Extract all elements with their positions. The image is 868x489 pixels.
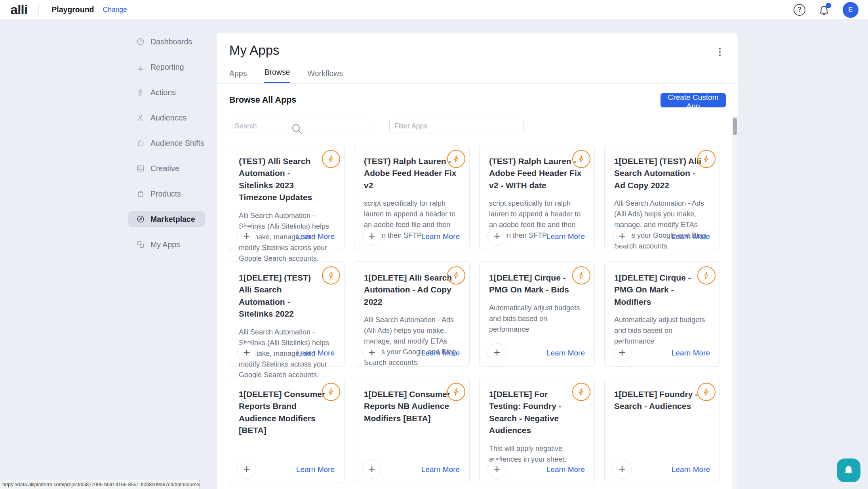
tab-apps[interactable]: Apps (229, 69, 247, 83)
add-app-button[interactable]: + (362, 460, 381, 479)
sidebar-item-marketplace[interactable]: Marketplace (128, 211, 205, 227)
tab-browse[interactable]: Browse (264, 68, 290, 83)
panel-scrollbar[interactable] (732, 116, 738, 489)
app-card-title: 1[DELETE] Alli Search Automation - Ad Co… (364, 272, 460, 308)
app-card-title: 1[DELETE] For Testing: Foundry - Search … (489, 388, 585, 437)
sidebar-item-audiences[interactable]: Audiences (128, 110, 205, 126)
app-card[interactable]: (TEST) Alli Search Automation - Sitelink… (229, 145, 345, 250)
add-app-button[interactable]: + (613, 343, 632, 362)
app-card-description: This will apply negative audiences in yo… (489, 443, 585, 465)
app-card-description: Automatically adjust budgets and bids ba… (614, 315, 710, 347)
app-card-title: 1[DELETE] Foundry - Search - Audiences (614, 388, 710, 413)
learn-more-link[interactable]: Learn More (421, 465, 460, 474)
add-app-button[interactable]: + (487, 343, 506, 362)
lightning-badge-icon (447, 383, 465, 401)
app-card[interactable]: 1[DELETE] Consumer Reports NB Audience M… (354, 378, 470, 483)
search-input[interactable] (230, 120, 371, 132)
notification-dot (826, 3, 831, 8)
sidebar-item-label: Marketplace (150, 215, 195, 224)
tab-workflows[interactable]: Workflows (307, 69, 343, 83)
app-card-description: Alli Search Automation - Ads (Alli Ads) … (364, 315, 460, 368)
learn-more-link[interactable]: Learn More (672, 232, 710, 241)
add-app-button[interactable]: + (362, 343, 381, 362)
app-card-title: 1[DELETE] Cirque - PMG On Mark - Modifie… (614, 272, 710, 308)
filter-apps-input[interactable] (389, 120, 524, 132)
learn-more-link[interactable]: Learn More (546, 232, 585, 241)
app-card[interactable]: 1[DELETE] Alli Search Automation - Ad Co… (354, 261, 470, 367)
sidebar-item-label: Audience Shifts (150, 139, 204, 148)
learn-more-link[interactable]: Learn More (296, 349, 335, 357)
app-card-title: 1[DELETE] Cirque - PMG On Mark - Bids (489, 272, 585, 296)
learn-more-link[interactable]: Learn More (421, 349, 460, 357)
alli-logo: alli (10, 2, 27, 17)
sidebar-item-audience-shifts[interactable]: Audience Shifts (128, 135, 205, 151)
app-card-title: 1[DELETE] (TEST) Alli Search Automation … (614, 155, 710, 191)
lightning-badge-icon (697, 150, 716, 168)
app-card[interactable]: 1[DELETE] For Testing: Foundry - Search … (479, 378, 595, 483)
add-app-button[interactable]: + (237, 460, 256, 479)
notifications-bell-icon[interactable] (818, 4, 830, 16)
bag-icon (136, 189, 145, 198)
sidebar-item-reporting[interactable]: Reporting (128, 59, 205, 75)
app-card-title: (TEST) Alli Search Automation - Sitelink… (239, 155, 335, 204)
app-card[interactable]: 1[DELETE] Cirque - PMG On Mark - Modifie… (604, 261, 720, 367)
add-app-button[interactable]: + (487, 227, 506, 246)
chat-widget-button[interactable] (837, 458, 860, 482)
help-icon[interactable]: ? (794, 4, 805, 16)
sidebar-item-label: Products (150, 189, 181, 199)
add-app-button[interactable]: + (237, 227, 256, 246)
learn-more-link[interactable]: Learn More (296, 465, 335, 474)
app-card-title: 1[DELETE] Consumer Reports NB Audience M… (364, 388, 460, 424)
gauge-icon (136, 37, 145, 46)
learn-more-link[interactable]: Learn More (421, 232, 460, 241)
workspace-name: Playground (51, 5, 94, 14)
create-custom-app-button[interactable]: Create Custom App (661, 93, 726, 107)
sidebar-item-dashboards[interactable]: Dashboards (128, 34, 205, 50)
app-card[interactable]: 1[DELETE] (TEST) Alli Search Automation … (229, 261, 345, 367)
sidebar-item-products[interactable]: Products (128, 186, 205, 202)
learn-more-link[interactable]: Learn More (672, 465, 710, 474)
app-card[interactable]: 1[DELETE] Cirque - PMG On Mark - Bids Au… (479, 261, 595, 367)
app-card-description: Alli Search Automation - Ads (Alli Ads) … (614, 198, 710, 252)
learn-more-link[interactable]: Learn More (546, 465, 585, 474)
app-card-description: Automatically adjust budgets and bids ba… (489, 303, 585, 335)
more-options-button[interactable] (715, 46, 725, 58)
app-card[interactable]: (TEST) Ralph Lauren - Adobe Feed Header … (354, 145, 470, 250)
add-app-button[interactable]: + (487, 460, 506, 479)
sidebar-item-creative[interactable]: Creative (128, 160, 205, 176)
app-card[interactable]: 1[DELETE] (TEST) Alli Search Automation … (604, 145, 720, 250)
app-card[interactable]: (TEST) Ralph Lauren - Adobe Feed Header … (479, 145, 595, 250)
add-app-button[interactable]: + (613, 227, 632, 246)
add-app-button[interactable]: + (237, 343, 256, 362)
sidebar-item-label: Creative (150, 164, 179, 173)
person-icon (136, 113, 145, 122)
lightning-icon (136, 88, 145, 97)
user-avatar[interactable]: E (843, 2, 858, 18)
add-app-button[interactable]: + (362, 227, 381, 246)
sidebar-item-actions[interactable]: Actions (128, 84, 205, 100)
sidebar-item-label: Reporting (150, 63, 184, 72)
lightning-badge-icon (322, 150, 340, 168)
sidebar-item-label: Audiences (150, 113, 187, 122)
learn-more-link[interactable]: Learn More (546, 349, 585, 357)
page-title: My Apps (229, 43, 280, 58)
lightning-badge-icon (447, 150, 465, 168)
link-status-bar: https://data.alliplatform.com/project/b5… (0, 480, 200, 489)
change-workspace-link[interactable]: Change (103, 6, 127, 14)
scrollbar-thumb[interactable] (733, 118, 737, 135)
app-card-title: 1[DELETE] (TEST) Alli Search Automation … (239, 272, 335, 320)
top-bar: alli Playground Change ? E (0, 0, 868, 20)
lightning-badge-icon (572, 150, 590, 168)
learn-more-link[interactable]: Learn More (672, 349, 710, 357)
sidebar-item-label: Dashboards (150, 37, 192, 46)
add-app-button[interactable]: + (613, 460, 632, 479)
learn-more-link[interactable]: Learn More (296, 232, 335, 241)
sidebar-item-my-apps[interactable]: My Apps (128, 237, 205, 252)
app-card[interactable]: 1[DELETE] Consumer Reports Brand Audienc… (229, 378, 345, 483)
screen: alli Playground Change ? E Dashboards Re… (0, 0, 868, 489)
compass-icon (136, 215, 145, 223)
lightning-badge-icon (572, 383, 590, 401)
app-card[interactable]: 1[DELETE] Foundry - Search - Audiences +… (604, 378, 720, 483)
header-divider (38, 3, 39, 17)
image-icon (136, 164, 145, 173)
